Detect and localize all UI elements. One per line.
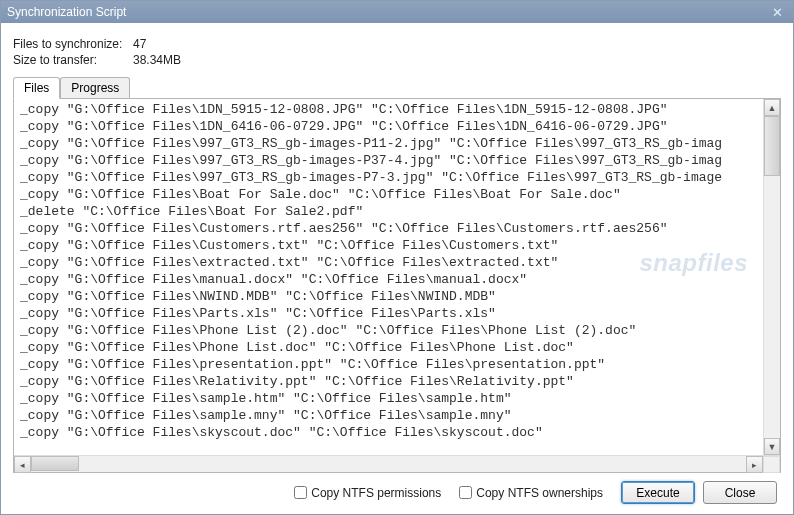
- info-files-row: Files to synchronize: 47: [13, 37, 781, 51]
- footer-bar: Copy NTFS permissions Copy NTFS ownershi…: [13, 473, 781, 506]
- files-label: Files to synchronize:: [13, 37, 133, 51]
- copy-ntfs-permissions-input[interactable]: [294, 486, 307, 499]
- info-size-row: Size to transfer: 38.34MB: [13, 53, 781, 67]
- script-listbox: _copy "G:\Office Files\1DN_5915-12-0808.…: [14, 99, 780, 455]
- copy-ntfs-ownerships-label: Copy NTFS ownerships: [476, 486, 603, 500]
- tab-files[interactable]: Files: [13, 77, 60, 99]
- script-list-area: _copy "G:\Office Files\1DN_5915-12-0808.…: [13, 99, 781, 473]
- vertical-scrollbar[interactable]: ▲ ▼: [763, 99, 780, 455]
- copy-ntfs-ownerships-checkbox[interactable]: Copy NTFS ownerships: [459, 486, 603, 500]
- tab-strip: Files Progress: [13, 77, 781, 99]
- titlebar[interactable]: Synchronization Script ✕: [1, 1, 793, 23]
- vertical-scroll-thumb[interactable]: [764, 116, 780, 176]
- scroll-down-icon[interactable]: ▼: [764, 438, 780, 455]
- content-area: Files to synchronize: 47 Size to transfe…: [1, 23, 793, 514]
- execute-button[interactable]: Execute: [621, 481, 695, 504]
- size-value: 38.34MB: [133, 53, 181, 67]
- script-lines[interactable]: _copy "G:\Office Files\1DN_5915-12-0808.…: [14, 99, 763, 455]
- horizontal-scrollbar[interactable]: ◂ ▸: [14, 455, 780, 472]
- tab-progress[interactable]: Progress: [60, 77, 130, 98]
- sync-script-window: Synchronization Script ✕ Files to synchr…: [0, 0, 794, 515]
- files-value: 47: [133, 37, 146, 51]
- copy-ntfs-permissions-checkbox[interactable]: Copy NTFS permissions: [294, 486, 441, 500]
- copy-ntfs-permissions-label: Copy NTFS permissions: [311, 486, 441, 500]
- copy-ntfs-ownerships-input[interactable]: [459, 486, 472, 499]
- scroll-up-icon[interactable]: ▲: [764, 99, 780, 116]
- window-title: Synchronization Script: [7, 5, 767, 19]
- horizontal-scroll-thumb[interactable]: [31, 456, 79, 471]
- close-icon[interactable]: ✕: [767, 4, 787, 20]
- horizontal-track[interactable]: [31, 456, 746, 472]
- scroll-right-icon[interactable]: ▸: [746, 456, 763, 473]
- scroll-corner: [763, 456, 780, 473]
- size-label: Size to transfer:: [13, 53, 133, 67]
- close-button[interactable]: Close: [703, 481, 777, 504]
- scroll-left-icon[interactable]: ◂: [14, 456, 31, 473]
